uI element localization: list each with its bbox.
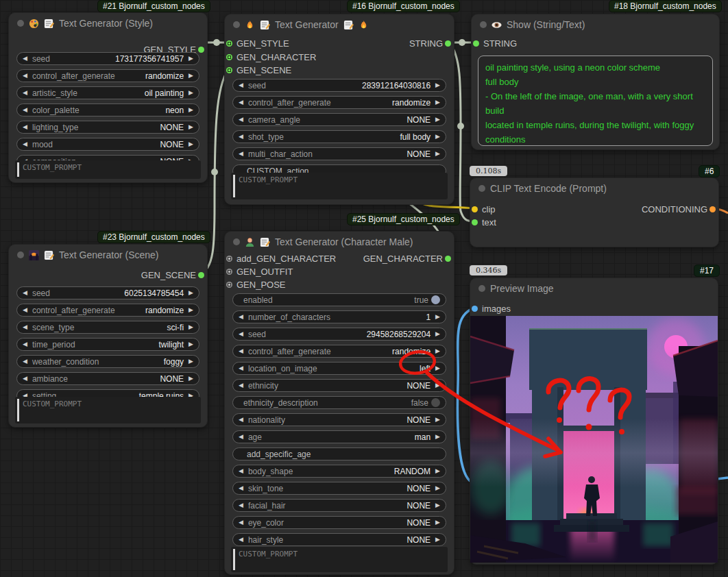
collapse-dot[interactable] bbox=[233, 21, 240, 28]
node-preview-image[interactable]: Preview Image images bbox=[470, 278, 718, 565]
node-text-generator-style[interactable]: Text Generator (Style) GEN_STYLE ◀seed17… bbox=[8, 12, 208, 183]
output-slot-gen-character[interactable]: GEN_CHARACTER bbox=[363, 252, 454, 265]
input-dot[interactable] bbox=[472, 206, 478, 212]
decrement-arrow-icon[interactable]: ◀ bbox=[239, 331, 243, 337]
decrement-arrow-icon[interactable]: ◀ bbox=[239, 468, 243, 474]
decrement-arrow-icon[interactable]: ◀ bbox=[239, 365, 243, 371]
input-slot-add-gen-character[interactable]: add_GEN_CHARACTER bbox=[225, 252, 336, 265]
increment-arrow-icon[interactable]: ▶ bbox=[435, 468, 440, 474]
widget-seed[interactable]: ◀seed29458268529204▶ bbox=[232, 328, 446, 341]
input-slot-images[interactable]: images bbox=[470, 302, 511, 315]
decrement-arrow-icon[interactable]: ◀ bbox=[239, 382, 243, 389]
output-dot[interactable] bbox=[198, 272, 204, 278]
increment-arrow-icon[interactable]: ▶ bbox=[189, 341, 193, 347]
widget-control-after-generate[interactable]: ◀control_after_generaterandomize▶ bbox=[16, 304, 199, 317]
collapse-dot[interactable] bbox=[17, 251, 24, 258]
widget-artistic-style[interactable]: ◀artistic_styleoil painting▶ bbox=[16, 86, 199, 99]
widget-color-palette[interactable]: ◀color_paletteneon▶ bbox=[16, 103, 199, 116]
widget-ambiance[interactable]: ◀ambianceNONE▶ bbox=[16, 372, 199, 385]
output-dot[interactable] bbox=[445, 40, 451, 47]
output-dot[interactable] bbox=[445, 256, 451, 262]
increment-arrow-icon[interactable]: ▶ bbox=[435, 417, 440, 423]
decrement-arrow-icon[interactable]: ◀ bbox=[23, 376, 27, 382]
widget-facial-hair[interactable]: ◀facial_hairNONE▶ bbox=[232, 499, 446, 512]
decrement-arrow-icon[interactable]: ◀ bbox=[23, 90, 27, 96]
widget-skin-tone[interactable]: ◀skin_toneNONE▶ bbox=[232, 482, 446, 495]
custom-prompt-textarea[interactable]: CUSTOM_PROMPT bbox=[231, 547, 448, 572]
toggle-knob[interactable] bbox=[431, 295, 440, 304]
widget-hair-style[interactable]: ◀hair_styleNONE▶ bbox=[232, 533, 446, 546]
widget-camera-angle[interactable]: ◀camera_angleNONE▶ bbox=[232, 113, 446, 126]
widget-multi-char-action[interactable]: ◀multi_char_actionNONE▶ bbox=[232, 147, 446, 160]
node-clip-text-encode[interactable]: CLIP Text Encode (Prompt) clip text COND… bbox=[470, 177, 719, 247]
increment-arrow-icon[interactable]: ▶ bbox=[435, 434, 440, 440]
widget-lighting-type[interactable]: ◀lighting_typeNONE▶ bbox=[16, 121, 199, 134]
increment-arrow-icon[interactable]: ▶ bbox=[435, 314, 440, 320]
decrement-arrow-icon[interactable]: ◀ bbox=[239, 417, 243, 423]
increment-arrow-icon[interactable]: ▶ bbox=[189, 324, 193, 330]
show-text-output[interactable]: oil painting style, using a neon color s… bbox=[478, 56, 713, 146]
decrement-arrow-icon[interactable]: ◀ bbox=[23, 341, 27, 347]
decrement-arrow-icon[interactable]: ◀ bbox=[239, 134, 243, 140]
input-slot-string[interactable]: STRING bbox=[472, 37, 517, 49]
increment-arrow-icon[interactable]: ▶ bbox=[435, 116, 440, 123]
decrement-arrow-icon[interactable]: ◀ bbox=[239, 485, 243, 491]
input-dot[interactable] bbox=[473, 40, 479, 47]
widget-seed[interactable]: ◀seed283912164030816▶ bbox=[232, 79, 446, 92]
node-text-generator-character-male[interactable]: Text Generator (Character Male) add_GEN_… bbox=[224, 231, 454, 575]
increment-arrow-icon[interactable]: ▶ bbox=[189, 73, 193, 79]
custom-prompt-textarea[interactable]: CUSTOM_PROMPT bbox=[15, 160, 201, 179]
widget-mood[interactable]: ◀moodNONE▶ bbox=[16, 138, 199, 151]
collapse-dot[interactable] bbox=[17, 20, 24, 27]
increment-arrow-icon[interactable]: ▶ bbox=[189, 141, 193, 147]
widget-time-period[interactable]: ◀time_periodtwilight▶ bbox=[16, 338, 199, 351]
decrement-arrow-icon[interactable]: ◀ bbox=[23, 307, 27, 313]
increment-arrow-icon[interactable]: ▶ bbox=[189, 307, 193, 313]
input-slot-gen-outfit[interactable]: GEN_OUTFIT bbox=[225, 265, 293, 278]
widget-eye-color[interactable]: ◀eye_colorNONE▶ bbox=[232, 516, 446, 529]
decrement-arrow-icon[interactable]: ◀ bbox=[23, 73, 27, 79]
increment-arrow-icon[interactable]: ▶ bbox=[435, 519, 440, 526]
decrement-arrow-icon[interactable]: ◀ bbox=[239, 82, 243, 88]
widget-ethnicity[interactable]: ◀ethnicityNONE▶ bbox=[232, 379, 446, 392]
increment-arrow-icon[interactable]: ▶ bbox=[435, 365, 440, 371]
collapse-dot[interactable] bbox=[478, 185, 485, 192]
custom-prompt-textarea[interactable]: CUSTOM_PROMPT bbox=[15, 397, 201, 423]
input-slot-clip[interactable]: clip bbox=[470, 203, 496, 215]
widget-number-of-characters[interactable]: ◀number_of_characters1▶ bbox=[232, 310, 446, 323]
increment-arrow-icon[interactable]: ▶ bbox=[435, 382, 440, 389]
increment-arrow-icon[interactable]: ▶ bbox=[435, 151, 440, 157]
increment-arrow-icon[interactable]: ▶ bbox=[189, 358, 193, 365]
decrement-arrow-icon[interactable]: ◀ bbox=[239, 537, 243, 543]
widget-scene-type[interactable]: ◀scene_typesci-fi▶ bbox=[16, 321, 199, 334]
input-dot[interactable] bbox=[226, 67, 232, 73]
custom-prompt-textarea[interactable]: CUSTOM_PROMPT bbox=[231, 173, 448, 199]
node-graph-canvas[interactable]: #21 Bjornulf_custom_nodes #16 Bjornulf_c… bbox=[0, 0, 728, 577]
input-dot[interactable] bbox=[226, 40, 232, 47]
widget-control-after-generate[interactable]: ◀control_after_generaterandomize▶ bbox=[232, 96, 446, 109]
widget-seed[interactable]: ◀seed173177356741957▶ bbox=[16, 52, 199, 65]
node-show-string-text[interactable]: Show (String/Text) STRING oil painting s… bbox=[471, 14, 720, 150]
collapse-dot[interactable] bbox=[480, 21, 487, 28]
increment-arrow-icon[interactable]: ▶ bbox=[435, 99, 440, 106]
widget-weather-condition[interactable]: ◀weather_conditionfoggy▶ bbox=[16, 355, 199, 368]
widget-shot-type[interactable]: ◀shot_typefull body▶ bbox=[232, 130, 446, 143]
increment-arrow-icon[interactable]: ▶ bbox=[435, 331, 440, 337]
increment-arrow-icon[interactable]: ▶ bbox=[189, 107, 193, 113]
increment-arrow-icon[interactable]: ▶ bbox=[189, 376, 193, 382]
collapse-dot[interactable] bbox=[233, 238, 240, 245]
input-dot[interactable] bbox=[226, 269, 232, 275]
collapse-dot[interactable] bbox=[478, 285, 485, 292]
widget-enabled[interactable]: enabledtrue bbox=[232, 293, 446, 306]
output-dot[interactable] bbox=[709, 206, 716, 212]
output-slot-gen-scene[interactable]: GEN_SCENE bbox=[141, 269, 207, 281]
increment-arrow-icon[interactable]: ▶ bbox=[435, 502, 440, 508]
increment-arrow-icon[interactable]: ▶ bbox=[189, 290, 193, 296]
widget-control-after-generate[interactable]: ◀control_after_generaterandomize▶ bbox=[232, 345, 446, 358]
decrement-arrow-icon[interactable]: ◀ bbox=[23, 358, 27, 365]
toggle-knob[interactable] bbox=[431, 398, 440, 407]
input-dot[interactable] bbox=[472, 219, 478, 225]
widget-ethnicity-description[interactable]: ethnicity_descriptionfalse bbox=[232, 396, 446, 409]
input-slot-gen-character[interactable]: GEN_CHARACTER bbox=[225, 51, 316, 63]
widget-body-shape[interactable]: ◀body_shapeRANDOM▶ bbox=[232, 465, 446, 478]
